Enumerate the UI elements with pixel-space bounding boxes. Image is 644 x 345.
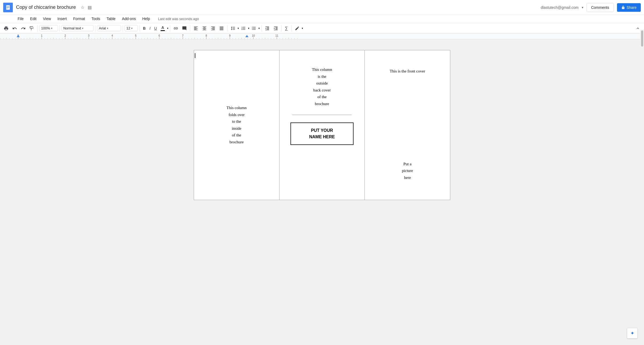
col1-text: This column folds over to the inside of …	[199, 105, 274, 145]
smart-compose-button[interactable]: ✦	[627, 328, 638, 339]
font-color-label: A	[161, 25, 164, 30]
size-chevron-icon: ▾	[131, 27, 133, 30]
bullet-list-button[interactable]	[250, 25, 258, 32]
drawing-chevron-icon[interactable]: ▾	[302, 27, 303, 30]
font-chevron-icon: ▾	[107, 27, 108, 30]
align-left-button[interactable]	[192, 25, 200, 32]
insert-link-button[interactable]	[172, 25, 180, 32]
document-title[interactable]: Copy of chiccarine brochure	[16, 5, 76, 10]
menu-help[interactable]: Help	[139, 16, 153, 22]
bold-button[interactable]: B	[141, 25, 147, 32]
font-color-chevron-icon[interactable]: ▾	[167, 27, 168, 30]
col2-content: This column is the outside back cover of…	[285, 61, 359, 189]
col2-divider	[292, 115, 352, 115]
align-center-button[interactable]	[200, 25, 208, 32]
toolbar-divider-8	[227, 25, 227, 32]
bullet-list-chevron-icon[interactable]: ▾	[258, 27, 260, 30]
zoom-selector[interactable]: 100% ▾	[39, 25, 58, 31]
name-box[interactable]: PUT YOUR NAME HERE	[290, 122, 354, 145]
col2-top-text: This column is the outside back cover of…	[312, 66, 332, 107]
user-email: dlastutech@gmail.com	[541, 5, 579, 10]
comments-button[interactable]: Comments	[587, 3, 614, 12]
add-comment-button[interactable]	[180, 25, 188, 32]
style-value: Normal text	[63, 26, 81, 30]
share-label: Share	[627, 5, 637, 10]
font-value: Arial	[99, 26, 106, 30]
underline-button[interactable]: U	[153, 25, 158, 32]
italic-button[interactable]: I	[148, 25, 152, 32]
zoom-value: 100%	[41, 26, 50, 30]
toolbar-divider-2	[60, 25, 60, 32]
line-spacing-button[interactable]	[229, 25, 237, 32]
formula-button[interactable]: ∑	[283, 25, 289, 32]
svg-rect-1	[7, 6, 9, 6]
menu-file[interactable]: File	[15, 16, 26, 22]
col3-bottom-text: Put a picture here	[402, 161, 413, 181]
menu-table[interactable]: Table	[104, 16, 118, 22]
top-bar-right: dlastutech@gmail.com ▾ Comments Share	[541, 3, 641, 12]
brochure-table: This column folds over to the inside of …	[194, 50, 450, 200]
share-button[interactable]: Share	[617, 3, 641, 12]
col3-top-text: This is the front cover	[390, 69, 425, 74]
svg-rect-3	[7, 8, 9, 8]
menu-view[interactable]: View	[40, 16, 54, 22]
last-edit-status: Last edit was seconds ago	[158, 17, 199, 21]
brochure-row: This column folds over to the inside of …	[194, 50, 450, 200]
menu-addons[interactable]: Add-ons	[119, 16, 138, 22]
brochure-col3[interactable]: This is the front cover Put a picture he…	[365, 50, 450, 200]
numbered-list-chevron-icon[interactable]: ▾	[248, 27, 249, 30]
document-wrapper: This column folds over to the inside of …	[194, 45, 450, 342]
col3-content: This is the front cover Put a picture he…	[370, 61, 445, 189]
paint-format-button[interactable]	[28, 25, 36, 32]
menu-bar: File Edit View Insert Format Tools Table…	[0, 15, 644, 23]
cursor-line	[195, 53, 195, 58]
folder-icon[interactable]: ▤	[88, 5, 92, 10]
svg-rect-2	[7, 7, 9, 7]
menu-insert[interactable]: Insert	[55, 16, 69, 22]
menu-edit[interactable]: Edit	[28, 16, 39, 22]
toolbar-divider-6	[170, 25, 170, 32]
toolbar-divider-7	[190, 25, 190, 32]
menu-tools[interactable]: Tools	[89, 16, 103, 22]
toolbar-divider-10	[281, 25, 282, 32]
align-right-button[interactable]	[209, 25, 217, 32]
toolbar-divider-11	[291, 25, 292, 32]
menu-format[interactable]: Format	[71, 16, 88, 22]
ruler	[0, 33, 644, 39]
toolbar: 100% ▾ Normal text ▾ Arial ▾ 12 ▾ B I U …	[0, 23, 644, 33]
toolbar-divider-3	[95, 25, 95, 32]
style-chevron-icon: ▾	[82, 27, 83, 30]
dropdown-arrow-icon[interactable]: ▾	[582, 6, 583, 9]
decrease-indent-button[interactable]	[263, 25, 271, 32]
brochure-col2[interactable]: This column is the outside back cover of…	[279, 50, 365, 200]
style-selector[interactable]: Normal text ▾	[61, 25, 94, 31]
line-spacing-chevron-icon[interactable]: ▾	[238, 27, 239, 30]
increase-indent-button[interactable]	[272, 25, 280, 32]
numbered-list-button[interactable]	[239, 25, 247, 32]
redo-button[interactable]	[19, 25, 27, 32]
app-icon[interactable]	[3, 3, 13, 12]
justify-button[interactable]	[218, 25, 226, 32]
toolbar-divider-9	[261, 25, 262, 32]
font-selector[interactable]: Arial ▾	[97, 25, 121, 31]
undo-button[interactable]	[11, 25, 19, 32]
toolbar-divider-1	[37, 25, 38, 32]
name-box-line2: NAME HERE	[302, 134, 343, 140]
star-icon[interactable]: ☆	[81, 5, 84, 10]
zoom-chevron-icon: ▾	[51, 27, 52, 30]
drawing-button[interactable]	[293, 25, 301, 32]
font-size-value: 12	[126, 26, 130, 30]
document-area: This column folds over to the inside of …	[0, 39, 644, 345]
toolbar-divider-5	[139, 25, 140, 32]
top-bar: Copy of chiccarine brochure ☆ ▤ dlastute…	[0, 0, 644, 15]
print-button[interactable]	[2, 25, 10, 32]
font-color-indicator	[161, 30, 165, 31]
name-box-line1: PUT YOUR	[302, 127, 343, 134]
scroll-thumb[interactable]	[641, 30, 643, 47]
font-size-selector[interactable]: 12 ▾	[125, 25, 138, 31]
font-color-button[interactable]: A	[159, 24, 166, 32]
scroll-indicator[interactable]	[640, 29, 644, 345]
toolbar-divider-4	[123, 25, 123, 32]
brochure-col1[interactable]: This column folds over to the inside of …	[194, 50, 280, 200]
formula-icon: ∑	[285, 26, 288, 31]
